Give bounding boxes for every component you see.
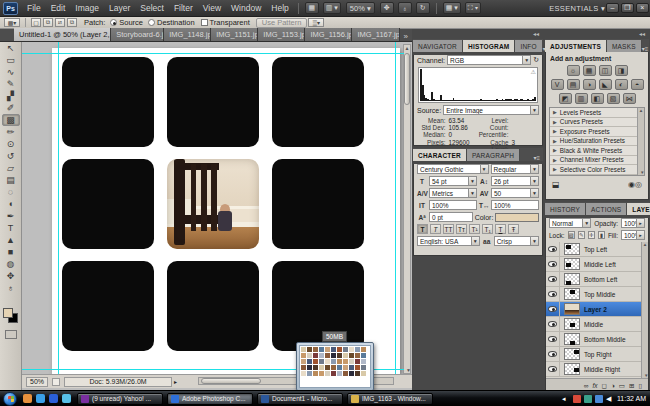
- selection-subtract-icon[interactable]: ⧄: [55, 18, 65, 27]
- layer-row[interactable]: Middle: [546, 317, 641, 332]
- channel-dropdown[interactable]: RGB▼: [447, 55, 531, 65]
- photo-thumbnail[interactable]: [301, 347, 306, 352]
- hue-saturation-icon[interactable]: ▤: [567, 79, 580, 90]
- layer-thumbnail[interactable]: [564, 288, 580, 300]
- photo-thumbnail[interactable]: [337, 359, 342, 364]
- photo-thumbnail[interactable]: [331, 353, 336, 358]
- history-brush-tool[interactable]: ↺: [2, 150, 20, 162]
- menu-edit[interactable]: Edit: [46, 3, 71, 13]
- security-tray-icon[interactable]: [573, 395, 581, 403]
- layer-visibility-toggle[interactable]: [546, 317, 560, 331]
- brightness-contrast-icon[interactable]: ☼: [567, 65, 580, 76]
- style-small-caps-button[interactable]: Tᴛ: [456, 224, 467, 234]
- preset-row[interactable]: ▶Black & White Presets: [550, 146, 637, 156]
- threshold-icon[interactable]: ◧: [591, 93, 604, 104]
- menu-layer[interactable]: Layer: [104, 3, 135, 13]
- volume-tray-icon[interactable]: ◀: [606, 395, 614, 403]
- document-tab[interactable]: IMG_1151.jpg×: [211, 28, 258, 41]
- photo-thumbnail[interactable]: [313, 359, 318, 364]
- lock-pixels-icon[interactable]: ✎: [578, 231, 585, 239]
- vertical-scrollbar-thumb[interactable]: [404, 53, 410, 105]
- transparent-checkbox[interactable]: [201, 19, 208, 26]
- menu-view[interactable]: View: [198, 3, 226, 13]
- source-radio[interactable]: [110, 19, 117, 26]
- layer-row[interactable]: Layer 2: [546, 302, 641, 317]
- crop-tool[interactable]: ▞: [2, 90, 20, 102]
- add-layer-mask-icon[interactable]: ◻: [601, 382, 606, 390]
- thumbnail-grid[interactable]: [299, 345, 371, 388]
- guide-vertical-left[interactable]: [58, 42, 59, 374]
- document-tab[interactable]: IMG_1153.jpg×: [258, 28, 305, 41]
- channel-mixer-icon[interactable]: ◓: [631, 79, 644, 90]
- minimize-button[interactable]: –: [606, 3, 619, 13]
- vertical-scrollbar[interactable]: ▲▼: [403, 44, 411, 374]
- histogram-tab-info[interactable]: INFO: [515, 40, 542, 52]
- layers-tab-actions[interactable]: ACTIONS: [586, 203, 627, 215]
- expand-triangle-icon[interactable]: ▶: [553, 147, 557, 153]
- doc-size-info[interactable]: Doc: 5.93M/26.0M: [64, 377, 172, 387]
- layer-thumbnail[interactable]: [564, 363, 580, 375]
- photo-thumbnail[interactable]: [307, 347, 312, 352]
- leading-field[interactable]: 26 pt▼: [491, 176, 539, 186]
- collapse-panels-icon[interactable]: ◂◂: [545, 29, 649, 39]
- canvas-tile-top-left[interactable]: [62, 57, 154, 147]
- canvas-tile-middle-right[interactable]: [272, 159, 364, 249]
- taskbar-button[interactable]: Document1 - Micro...: [257, 393, 343, 405]
- preset-row[interactable]: ▶Selective Color Presets: [550, 165, 637, 175]
- photo-thumbnail[interactable]: [313, 353, 318, 358]
- clip-to-layer-icon[interactable]: ◉◎: [628, 180, 642, 189]
- layer-row[interactable]: Bottom Left: [546, 272, 641, 287]
- hand-tool[interactable]: ✥: [2, 270, 20, 282]
- photo-thumbnail[interactable]: [361, 353, 366, 358]
- photo-thumbnail[interactable]: [301, 365, 306, 370]
- photo-thumbnail[interactable]: [343, 359, 348, 364]
- fill-field[interactable]: 100%▸: [621, 230, 645, 240]
- opacity-field[interactable]: 100%▸: [621, 218, 645, 228]
- style-all-caps-button[interactable]: TT: [443, 224, 454, 234]
- photo-thumbnail[interactable]: [301, 353, 306, 358]
- new-group-icon[interactable]: ▭: [619, 382, 625, 390]
- photo-thumbnail[interactable]: [349, 371, 354, 376]
- character-tab-paragraph[interactable]: PARAGRAPH: [467, 149, 520, 161]
- preset-row[interactable]: ▶Channel Mixer Presets: [550, 156, 637, 166]
- link-layers-icon[interactable]: ∞: [584, 382, 589, 389]
- document-tab[interactable]: Storyboard-6.jpg×: [111, 28, 164, 41]
- status-menu-arrow[interactable]: ▸: [174, 378, 177, 385]
- photo-thumbnail[interactable]: [343, 371, 348, 376]
- adjustments-tab-adjustments[interactable]: ADJUSTMENTS: [545, 40, 607, 52]
- lock-all-icon[interactable]: ▮: [598, 231, 605, 239]
- layer-visibility-toggle[interactable]: [546, 257, 560, 271]
- baseline-shift-field[interactable]: 0 pt: [429, 212, 473, 222]
- blur-tool[interactable]: ◌: [2, 186, 20, 198]
- canvas-tile-top-middle[interactable]: [167, 57, 259, 147]
- update-tray-icon[interactable]: [584, 395, 592, 403]
- language-dropdown[interactable]: English: USA▼: [417, 236, 480, 246]
- menu-select[interactable]: Select: [135, 3, 169, 13]
- photo-thumbnail[interactable]: [319, 371, 324, 376]
- menu-filter[interactable]: Filter: [169, 3, 198, 13]
- taskbar-button[interactable]: Adobe Photoshop C...: [167, 393, 253, 405]
- rectangle-tool[interactable]: ■: [2, 246, 20, 258]
- layer-visibility-toggle[interactable]: [546, 332, 560, 346]
- restore-button[interactable]: ❐: [621, 3, 634, 13]
- lock-position-icon[interactable]: ✛: [588, 231, 595, 239]
- photo-thumbnail[interactable]: [337, 347, 342, 352]
- pattern-picker[interactable]: ▒▾: [308, 18, 324, 27]
- anti-alias-dropdown[interactable]: Crisp▼: [494, 236, 539, 246]
- presets-scrollbar[interactable]: ▲▼: [637, 108, 644, 175]
- thumbnail-preview-window[interactable]: [296, 342, 374, 390]
- canvas-tile-photo[interactable]: [167, 159, 259, 249]
- photo-thumbnail[interactable]: [307, 365, 312, 370]
- hand-tool-icon[interactable]: ✥: [380, 2, 394, 14]
- tab-overflow-chevron[interactable]: »: [400, 32, 412, 41]
- photo-thumbnail[interactable]: [331, 347, 336, 352]
- photo-filter-icon[interactable]: ◐: [615, 79, 628, 90]
- kerning-field[interactable]: Metrics▼: [429, 188, 477, 198]
- adjustments-panel-menu-icon[interactable]: ▾≡: [642, 45, 650, 52]
- photo-thumbnail[interactable]: [349, 353, 354, 358]
- photo-thumbnail[interactable]: [331, 359, 336, 364]
- workspace-switcher[interactable]: ESSENTIALS ▾: [549, 4, 605, 13]
- black-white-icon[interactable]: ◣: [599, 79, 612, 90]
- new-layer-icon[interactable]: ⊞: [629, 382, 634, 390]
- show-hidden-icons-arrow[interactable]: ◂: [562, 395, 570, 403]
